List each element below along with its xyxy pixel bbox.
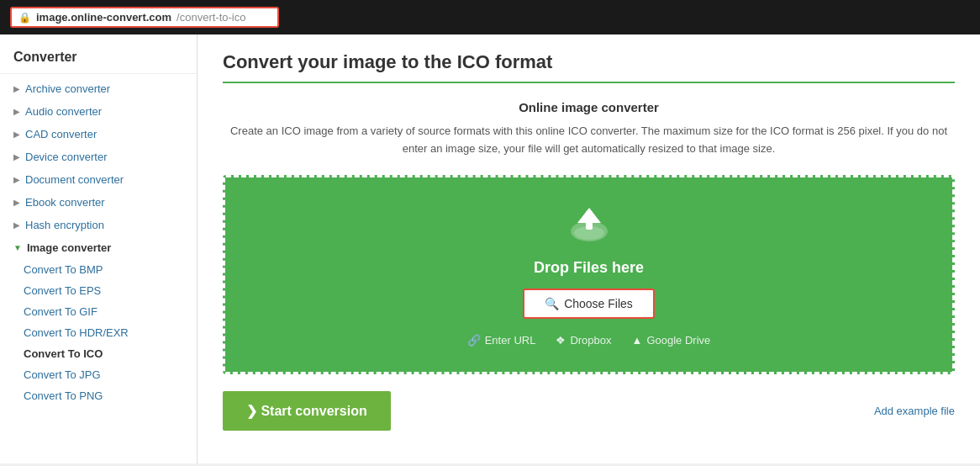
page-title: Convert your image to the ICO format: [223, 51, 955, 73]
sidebar: Converter ▶ Archive converter ▶ Audio co…: [0, 34, 198, 463]
dropbox-icon: ❖: [556, 334, 566, 347]
svg-point-3: [574, 226, 604, 240]
converter-description: Create an ICO image from a variety of so…: [223, 123, 955, 158]
sidebar-item-label: Archive converter: [25, 82, 110, 95]
sidebar-sub-eps[interactable]: Convert To EPS: [0, 280, 197, 301]
sidebar-sub-jpg[interactable]: Convert To JPG: [0, 364, 197, 385]
bottom-row: ❯ Start conversion Add example file: [223, 391, 955, 431]
sidebar-item-ebook[interactable]: ▶ Ebook converter: [0, 191, 197, 214]
sidebar-item-label: CAD converter: [25, 128, 97, 140]
sidebar-item-label: Device converter: [25, 151, 108, 163]
arrow-icon: ▶: [13, 107, 20, 116]
arrow-icon: ▶: [13, 220, 20, 230]
add-example-link[interactable]: Add example file: [874, 405, 955, 417]
sub-item-label: Convert To ICO: [24, 347, 103, 360]
svg-marker-2: [577, 208, 601, 223]
dropbox-option[interactable]: ❖ Dropbox: [556, 334, 611, 347]
lock-icon: 🔒: [18, 12, 31, 24]
arrow-down-icon: ▼: [13, 243, 22, 252]
title-divider: [223, 82, 955, 83]
drop-files-text: Drop Files here: [242, 259, 935, 277]
sidebar-item-document[interactable]: ▶ Document converter: [0, 168, 197, 191]
sidebar-item-audio[interactable]: ▶ Audio converter: [0, 100, 197, 123]
arrow-icon: ▶: [13, 198, 20, 207]
sidebar-sub-bmp[interactable]: Convert To BMP: [0, 259, 197, 280]
start-button-label: ❯ Start conversion: [246, 403, 367, 419]
address-path: /convert-to-ico: [177, 11, 245, 24]
google-drive-label: Google Drive: [646, 334, 710, 347]
sidebar-item-label: Audio converter: [25, 105, 102, 118]
arrow-icon: ▶: [13, 84, 20, 93]
google-drive-option[interactable]: ▲ Google Drive: [632, 334, 711, 347]
sidebar-item-device[interactable]: ▶ Device converter: [0, 146, 197, 168]
link-icon: 🔗: [467, 334, 481, 347]
sidebar-sub-ico[interactable]: Convert To ICO: [0, 343, 197, 364]
main-wrapper: Converter ▶ Archive converter ▶ Audio co…: [0, 34, 980, 463]
sidebar-item-label: Ebook converter: [25, 196, 105, 209]
sub-item-label: Convert To JPG: [24, 368, 101, 381]
description-box: Online image converter Create an ICO ima…: [223, 100, 955, 158]
address-field[interactable]: 🔒 image.online-convert.com /convert-to-i…: [10, 7, 279, 28]
sub-item-label: Convert To PNG: [24, 389, 103, 402]
sidebar-item-label: Image converter: [27, 241, 111, 254]
sidebar-item-cad[interactable]: ▶ CAD converter: [0, 123, 197, 146]
upload-cloud-icon: [242, 203, 935, 252]
arrow-icon: ▶: [13, 175, 20, 184]
sub-item-label: Convert To BMP: [24, 263, 103, 276]
enter-url-option[interactable]: 🔗 Enter URL: [467, 334, 536, 347]
enter-url-label: Enter URL: [485, 334, 536, 347]
sub-item-label: Convert To HDR/EXR: [24, 326, 129, 339]
arrow-icon: ▶: [13, 152, 20, 162]
sidebar-item-label: Hash encryption: [25, 219, 104, 231]
address-bar: 🔒 image.online-convert.com /convert-to-i…: [0, 0, 980, 34]
sidebar-title: Converter: [0, 43, 197, 74]
sub-item-label: Convert To EPS: [24, 284, 101, 297]
sidebar-item-label: Document converter: [25, 173, 124, 186]
sidebar-sub-png[interactable]: Convert To PNG: [0, 385, 197, 406]
sub-item-label: Convert To GIF: [24, 305, 97, 318]
choose-files-button[interactable]: 🔍 Choose Files: [523, 289, 655, 319]
address-domain: image.online-convert.com: [36, 11, 171, 24]
drop-zone[interactable]: Drop Files here 🔍 Choose Files 🔗 Enter U…: [223, 175, 955, 374]
sidebar-item-hash[interactable]: ▶ Hash encryption: [0, 214, 197, 236]
sidebar-sub-hdr[interactable]: Convert To HDR/EXR: [0, 322, 197, 343]
sidebar-item-archive[interactable]: ▶ Archive converter: [0, 77, 197, 100]
arrow-icon: ▶: [13, 130, 20, 139]
converter-subtitle: Online image converter: [223, 100, 955, 114]
extra-options: 🔗 Enter URL ❖ Dropbox ▲ Google Drive: [242, 334, 935, 347]
content-area: Convert your image to the ICO format Onl…: [198, 34, 980, 463]
start-conversion-button[interactable]: ❯ Start conversion: [223, 391, 391, 431]
drive-icon: ▲: [632, 334, 643, 347]
sidebar-item-image[interactable]: ▼ Image converter: [0, 236, 197, 259]
dropbox-label: Dropbox: [570, 334, 611, 347]
choose-files-label: Choose Files: [564, 297, 633, 310]
search-icon: 🔍: [545, 297, 559, 310]
sidebar-sub-gif[interactable]: Convert To GIF: [0, 301, 197, 322]
